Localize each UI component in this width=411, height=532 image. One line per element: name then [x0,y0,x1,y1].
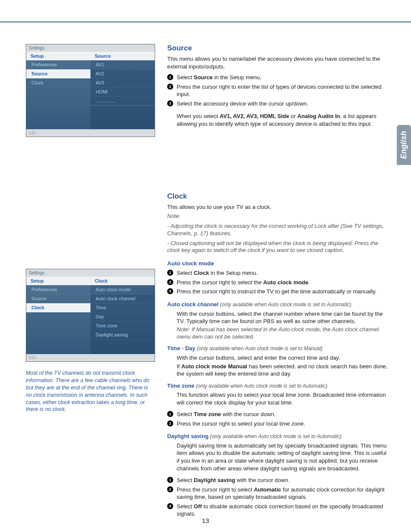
source-heading: Source [167,44,389,53]
step: 2 Press the cursor right to select Autom… [167,486,389,501]
qualifier: (only available when Auto clock mode is … [209,433,342,439]
menu-left-item: Preferences [26,285,90,294]
step: 3 Select Off to disable automatic clock … [167,503,389,518]
menu-head-left: Setup [26,52,90,60]
step: 2 Press the cursor right to select the A… [167,279,389,286]
page-number: 13 [0,517,411,524]
body-text: This function allows you to select your … [177,391,389,406]
qualifier: (only available when Auto clock mode is … [194,383,327,389]
side-note: Most of the TV channels do not transmit … [26,370,155,413]
menu-right-item: Time zone [90,321,155,330]
clock-heading: Clock [167,192,389,201]
body-text: With the cursor buttons, select and ente… [177,354,389,362]
menu-right-item: Daylight saving [90,330,155,339]
step: 2 Press the cursor right to select your … [167,420,389,428]
step-number-icon: 2 [167,486,173,492]
menu-left-item-selected: Clock [26,303,90,312]
step: 3 Select the accessory device with the c… [167,100,389,108]
body-text: If Auto clock mode Manual has been selec… [177,363,389,378]
menu-right-item: AV2 [90,69,155,78]
qualifier: (only available when Auto clock mode is … [196,345,323,352]
tv-menu-clock: Settings Setup Clock Preferences Source … [26,269,155,362]
menu-right-item: Auto clock mode [90,285,155,294]
menu-head-right: Source [90,52,155,60]
menu-left-item: Source [26,294,90,303]
menu-right-item: Auto clock channel [90,294,155,303]
step-number-icon: 3 [167,288,173,294]
auto-clock-channel-label: Auto clock channel [167,301,218,308]
menu-title: Settings [26,269,155,277]
menu-head-left: Setup [26,277,90,285]
time-day-label: Time - Day [167,345,196,352]
menu-right-item: ............... [90,96,155,106]
qualifier: (only available when Auto clock mode is … [218,302,352,308]
step-number-icon: 1 [167,74,173,80]
time-zone-label: Time zone [167,383,194,389]
clock-note: - Closed captioning will not be displaye… [167,240,389,255]
step: 1 Select Source in the Setup menu. [167,74,389,81]
step: 1 Select Daylight saving with the cursor… [167,476,389,484]
menu-right-item: AV1 [90,60,155,69]
menu-info: Info [26,354,155,361]
step: 1 Select Clock in the Setup menu. [167,269,389,277]
menu-info: Info [26,129,155,137]
menu-right-item: Time [90,303,155,312]
menu-right-item: AV3 [90,78,155,87]
menu-right-item: Day [90,312,155,321]
step-number-icon: 1 [167,270,173,276]
menu-head-right: Clock [90,277,155,285]
step-number-icon: 2 [167,279,173,285]
clock-note: - Adjusting the clock is necessary for t… [167,223,389,237]
tv-menu-source: Settings Setup Source Preferences Source… [26,44,155,137]
step: 1 Select Time zone with the cursor down. [167,411,389,418]
step-number-icon: 3 [167,503,173,509]
source-result: When you select AV1, AV2, AV3, HDMI, Sid… [177,112,389,128]
step: 3 Press the cursor right to instruct the… [167,288,389,296]
note-label: Note: [167,213,389,220]
menu-left-item: Preferences [26,60,90,69]
page-content: Settings Setup Source Preferences Source… [0,22,411,532]
body-text: Daylight saving time is automatically se… [177,442,389,472]
body-text: With the cursor buttons, select the chan… [177,310,389,325]
step-number-icon: 3 [167,100,173,106]
note: Note: If Manual has been selected in the… [177,326,389,341]
daylight-saving-label: Daylight saving [167,433,209,439]
menu-title: Settings [26,44,155,52]
step-number-icon: 2 [167,84,173,90]
source-intro: This menu allows you to name/label the a… [167,55,389,70]
menu-left-item: Clock [26,78,90,87]
auto-clock-mode-heading: Auto clock mode [167,260,389,267]
step-number-icon: 1 [167,411,173,417]
menu-right-item: HDMI [90,87,155,96]
step-number-icon: 2 [167,420,173,426]
clock-intro: This allows you to use your TV as a cloc… [167,203,389,211]
menu-left-item-selected: Source [26,69,90,78]
step-number-icon: 1 [167,477,173,483]
step: 2 Press the cursor right to enter the li… [167,83,389,98]
